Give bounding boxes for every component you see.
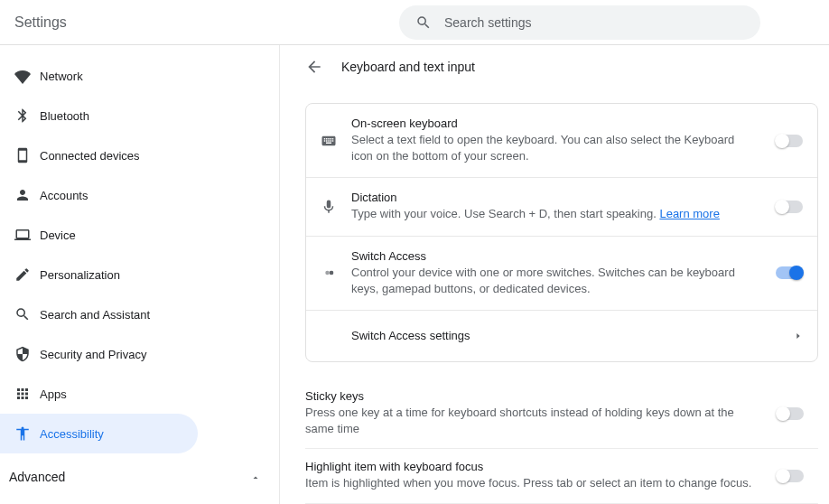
sidebar-item-security[interactable]: Security and Privacy (0, 334, 279, 374)
page-subheader: Keyboard and text input (305, 58, 818, 76)
page-title: Keyboard and text input (341, 60, 475, 74)
sidebar-item-label: Search and Assistant (40, 308, 150, 322)
search-input[interactable] (444, 15, 744, 30)
sidebar-item-label: Security and Privacy (40, 348, 147, 361)
row-subtitle: Type with your voice. Use Search + D, th… (351, 206, 758, 222)
learn-more-link[interactable]: Learn more (659, 207, 719, 220)
switch-access-icon (321, 265, 351, 281)
sidebar-item-label: Device (40, 229, 76, 242)
sidebar-item-apps[interactable]: Apps (0, 374, 279, 414)
row-title: Dictation (351, 191, 758, 204)
row-highlight-keyboard-focus: Highlight item with keyboard focus Item … (305, 449, 818, 503)
sidebar-item-label: Accounts (40, 189, 88, 202)
apps-icon (14, 386, 40, 402)
toggle-switch-access[interactable] (776, 266, 803, 279)
sidebar-advanced-header[interactable]: Advanced (0, 459, 279, 491)
shield-icon (14, 346, 40, 362)
search-icon (14, 306, 40, 322)
row-title: Sticky keys (305, 389, 759, 403)
row-switch-access: Switch Access Control your device with o… (306, 237, 817, 311)
sidebar-item-accessibility[interactable]: Accessibility (0, 414, 198, 453)
row-title: Switch Access settings (351, 329, 758, 342)
row-title: Highlight item with keyboard focus (305, 460, 759, 473)
sidebar-item-label: Bluetooth (40, 109, 89, 123)
sidebar-item-network[interactable]: Network (0, 56, 279, 96)
edit-icon (14, 266, 40, 283)
wifi-icon (14, 68, 40, 84)
row-subtitle: Control your device with one or more swi… (351, 265, 758, 297)
laptop-icon (14, 227, 40, 243)
row-sticky-keys: Sticky keys Press one key at a time for … (305, 378, 818, 449)
sidebar-item-connected-devices[interactable]: Connected devices (0, 135, 279, 175)
app-title: Settings (14, 14, 67, 31)
toggle-on-screen-keyboard[interactable] (776, 135, 803, 147)
input-card: On-screen keyboard Select a text field t… (305, 103, 818, 362)
row-subtitle: Item is highlighted when you move focus.… (305, 475, 759, 491)
sidebar-item-label: Connected devices (40, 149, 140, 163)
row-title: On-screen keyboard (351, 117, 758, 130)
accessibility-icon (14, 425, 40, 442)
row-dictation: Dictation Type with your voice. Use Sear… (306, 178, 817, 236)
sidebar: Network Bluetooth Connected devices Acco… (0, 45, 280, 504)
sidebar-item-label: Network (40, 70, 83, 83)
sidebar-item-label: Apps (40, 387, 67, 401)
toggle-sticky-keys[interactable] (777, 407, 804, 420)
sidebar-item-accounts[interactable]: Accounts (0, 175, 279, 215)
sidebar-item-label: Accessibility (40, 427, 104, 441)
chevron-up-icon (250, 471, 261, 482)
arrow-left-icon (305, 58, 323, 76)
sidebar-item-bluetooth[interactable]: Bluetooth (0, 96, 279, 135)
microphone-icon (321, 199, 351, 215)
search-icon (415, 14, 432, 31)
app-header: Settings (0, 0, 829, 45)
toggle-highlight-keyboard-focus[interactable] (777, 470, 804, 482)
row-title: Switch Access (351, 249, 758, 263)
row-on-screen-keyboard: On-screen keyboard Select a text field t… (306, 104, 817, 178)
chevron-right-icon (758, 331, 803, 341)
sidebar-item-search-assistant[interactable]: Search and Assistant (0, 294, 279, 334)
main-content: Keyboard and text input On-screen keyboa… (280, 45, 829, 504)
toggle-dictation[interactable] (776, 201, 803, 213)
bluetooth-icon (14, 107, 40, 124)
device-icon (14, 147, 40, 163)
plain-settings-list: Sticky keys Press one key at a time for … (305, 378, 818, 504)
sidebar-item-label: Personalization (40, 268, 120, 282)
sidebar-item-date-time[interactable]: Date and time (0, 491, 279, 504)
sidebar-item-device[interactable]: Device (0, 215, 279, 255)
row-switch-access-settings[interactable]: Switch Access settings (306, 311, 817, 361)
svg-point-0 (330, 271, 334, 275)
row-subtitle: Press one key at a time for keyboard sho… (305, 405, 759, 437)
search-container[interactable] (399, 5, 760, 40)
advanced-label: Advanced (9, 470, 65, 484)
row-subtitle: Select a text field to open the keyboard… (351, 132, 758, 164)
sidebar-item-personalization[interactable]: Personalization (0, 255, 279, 294)
person-icon (14, 187, 40, 203)
back-button[interactable] (305, 58, 323, 76)
keyboard-icon (321, 133, 351, 149)
